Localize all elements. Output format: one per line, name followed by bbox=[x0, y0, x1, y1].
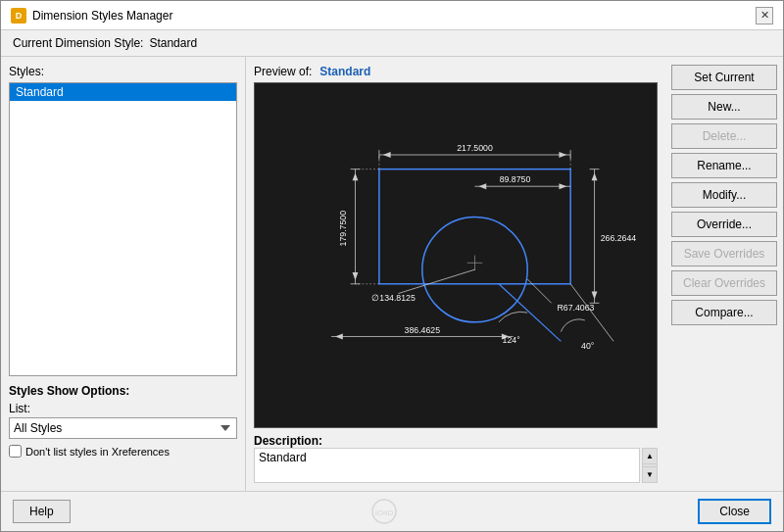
show-options-label: Styles Show Options: bbox=[9, 384, 237, 398]
svg-text:89.8750: 89.8750 bbox=[500, 174, 531, 184]
description-label: Description: bbox=[254, 434, 658, 448]
compare-button[interactable]: Compare... bbox=[671, 300, 777, 325]
description-section: Description: Standard ▲ ▼ bbox=[254, 434, 658, 483]
title-bar-left: D Dimension Styles Manager bbox=[11, 8, 172, 24]
help-button[interactable]: Help bbox=[13, 500, 71, 523]
current-style-bar: Current Dimension Style: Standard bbox=[1, 30, 783, 57]
preview-svg: 217.5000 179.7500 89.8750 bbox=[255, 83, 657, 427]
right-panel: Set Current New... Delete... Rename... M… bbox=[665, 57, 783, 491]
main-content: Styles: Standard Styles Show Options: Li… bbox=[1, 57, 783, 491]
description-value: Standard bbox=[259, 451, 307, 464]
preview-label: Preview of: bbox=[254, 65, 312, 78]
styles-list[interactable]: Standard bbox=[9, 82, 237, 376]
show-options: Styles Show Options: List: All Styles Do… bbox=[9, 384, 237, 458]
watermark: IO4D bbox=[370, 498, 398, 525]
svg-text:∅134.8125: ∅134.8125 bbox=[371, 293, 416, 303]
delete-button[interactable]: Delete... bbox=[671, 123, 777, 149]
preview-header: Preview of: Standard bbox=[254, 65, 658, 78]
list-label: List: bbox=[9, 402, 237, 415]
title-bar: D Dimension Styles Manager ✕ bbox=[1, 1, 783, 30]
rename-button[interactable]: Rename... bbox=[671, 153, 777, 178]
svg-text:386.4625: 386.4625 bbox=[405, 325, 441, 335]
svg-text:179.7500: 179.7500 bbox=[338, 211, 348, 247]
center-panel: Preview of: Standard bbox=[246, 57, 665, 491]
svg-text:40°: 40° bbox=[581, 341, 594, 351]
preview-style-name: Standard bbox=[319, 65, 370, 78]
svg-text:124°: 124° bbox=[503, 335, 520, 345]
save-overrides-button[interactable]: Save Overrides bbox=[671, 241, 777, 266]
override-button[interactable]: Override... bbox=[671, 212, 777, 237]
checkbox-label: Don't list styles in Xreferences bbox=[25, 446, 170, 458]
scroll-down-button[interactable]: ▼ bbox=[643, 466, 657, 482]
window-close-button[interactable]: ✕ bbox=[756, 7, 773, 24]
list-dropdown[interactable]: All Styles bbox=[9, 417, 237, 439]
styles-list-item[interactable]: Standard bbox=[10, 83, 236, 101]
modify-button[interactable]: Modify... bbox=[671, 182, 777, 208]
left-panel: Styles: Standard Styles Show Options: Li… bbox=[1, 57, 246, 491]
svg-text:R67.4063: R67.4063 bbox=[557, 303, 594, 313]
window-title: Dimension Styles Manager bbox=[32, 9, 172, 23]
checkbox-row: Don't list styles in Xreferences bbox=[9, 445, 237, 458]
bottom-bar: Help IO4D Close bbox=[1, 491, 783, 531]
xreferences-checkbox[interactable] bbox=[9, 445, 22, 458]
preview-canvas: 217.5000 179.7500 89.8750 bbox=[254, 82, 658, 428]
svg-text:IO4D: IO4D bbox=[375, 508, 394, 517]
main-window: D Dimension Styles Manager ✕ Current Dim… bbox=[0, 0, 784, 532]
set-current-button[interactable]: Set Current bbox=[671, 65, 777, 90]
styles-label: Styles: bbox=[9, 65, 237, 78]
close-dialog-button[interactable]: Close bbox=[698, 499, 771, 524]
watermark-icon: IO4D bbox=[370, 498, 398, 525]
scroll-up-button[interactable]: ▲ bbox=[643, 449, 657, 464]
clear-overrides-button[interactable]: Clear Overrides bbox=[671, 270, 777, 296]
app-icon: D bbox=[11, 8, 26, 24]
svg-text:266.2644: 266.2644 bbox=[601, 233, 637, 243]
svg-text:217.5000: 217.5000 bbox=[457, 143, 493, 153]
new-button[interactable]: New... bbox=[671, 94, 777, 120]
description-scrollbar: ▲ ▼ bbox=[642, 448, 658, 483]
description-text: Standard bbox=[254, 448, 640, 483]
current-style-value: Standard bbox=[149, 36, 197, 50]
current-style-label: Current Dimension Style: bbox=[13, 36, 143, 50]
